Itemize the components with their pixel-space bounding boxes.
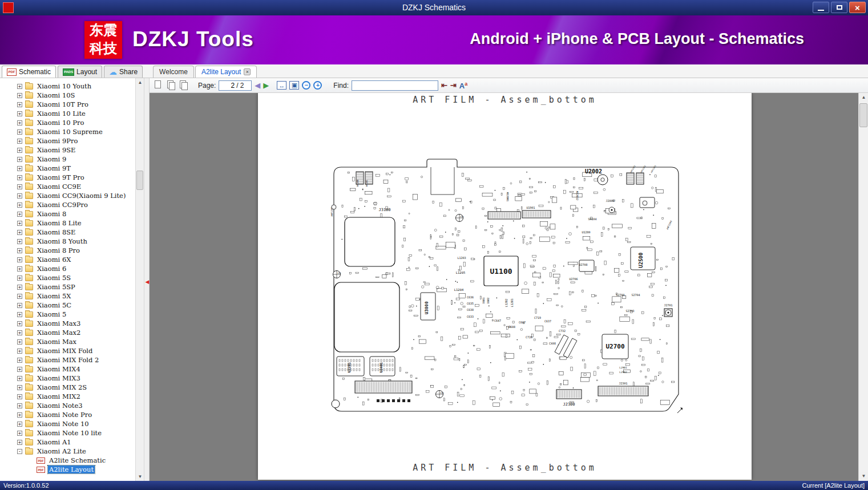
expand-toggle[interactable]: + xyxy=(17,294,22,299)
tab-schematic[interactable]: PDFSchematic xyxy=(2,66,56,78)
tree-item[interactable]: +Xiaomi 5SP xyxy=(0,282,135,291)
tree-item-label[interactable]: Xiaomi CC9E xyxy=(36,183,82,191)
tree-item[interactable]: +Xiaomi 5S xyxy=(0,273,135,282)
expand-toggle[interactable]: + xyxy=(17,102,22,107)
tree-item-label[interactable]: Xiaomi 8 xyxy=(36,210,67,218)
tree-item[interactable]: +Xiaomi 6 xyxy=(0,264,135,273)
tree-item[interactable]: +Xiaomi MIX4 xyxy=(0,365,135,374)
tree-item[interactable]: +Xiaomi A1 xyxy=(0,438,135,447)
expand-toggle[interactable]: + xyxy=(17,203,22,208)
expand-toggle[interactable]: + xyxy=(17,303,22,308)
sidebar-scrollbar[interactable]: ▲ ▼ xyxy=(135,78,144,481)
expand-toggle[interactable]: + xyxy=(17,257,22,262)
zoom-in-button[interactable]: + xyxy=(313,81,322,90)
single-page-view-button[interactable] xyxy=(154,80,164,90)
text-size-button[interactable]: Aa xyxy=(459,81,467,90)
expand-toggle[interactable]: + xyxy=(17,84,22,89)
tree-item[interactable]: +Xiaomi Max xyxy=(0,337,135,346)
tree-item-label[interactable]: Xiaomi MIX4 xyxy=(36,365,82,373)
tree-item-label[interactable]: Xiaomi 9Pro xyxy=(36,137,79,145)
book-view-button[interactable] xyxy=(179,80,189,90)
tree-item-label[interactable]: Xiaomi Max xyxy=(36,338,78,346)
scroll-up-icon[interactable]: ▲ xyxy=(136,78,144,87)
expand-toggle[interactable]: + xyxy=(17,422,22,427)
expand-toggle[interactable]: + xyxy=(17,394,22,399)
tree-item[interactable]: +Xiaomi Max3 xyxy=(0,319,135,328)
tree-item[interactable]: +Xiaomi Note 10 lite xyxy=(0,428,135,438)
tab-share[interactable]: ☁Share xyxy=(104,66,143,78)
fit-width-button[interactable]: ↔ xyxy=(277,81,286,90)
page-number-input[interactable] xyxy=(227,82,235,90)
tree-item[interactable]: +Xiaomi Note3 xyxy=(0,401,135,410)
tree-item[interactable]: +Xiaomi 10T Pro xyxy=(0,100,135,109)
tree-item[interactable]: +Xiaomi Note Pro xyxy=(0,410,135,419)
expand-toggle[interactable]: + xyxy=(17,321,22,326)
tree-item-label[interactable]: Xiaomi MIX Fold xyxy=(36,347,94,355)
tree-item-label[interactable]: Xiaomi MIX3 xyxy=(36,374,82,382)
tree-item-label[interactable]: A2lite Layout xyxy=(48,465,95,473)
tree-item-label[interactable]: Xiaomi Note 10 lite xyxy=(36,429,103,437)
tree-item[interactable]: +Xiaomi 8SE xyxy=(0,228,135,237)
expand-toggle[interactable]: + xyxy=(17,93,22,98)
expand-toggle[interactable]: + xyxy=(17,385,22,390)
tree-item-label[interactable]: Xiaomi 5 xyxy=(36,310,67,318)
tree-item-label[interactable]: Xiaomi CC9(Xiaomi 9 Lite) xyxy=(36,192,127,200)
expand-toggle[interactable]: + xyxy=(17,120,22,125)
expand-toggle[interactable]: + xyxy=(17,330,22,335)
tree-item[interactable]: +Xiaomi 10 Lite xyxy=(0,109,135,118)
expand-toggle[interactable]: + xyxy=(17,403,22,408)
tree-item[interactable]: +Xiaomi 6X xyxy=(0,255,135,264)
tree-item-label[interactable]: Xiaomi MIX2 xyxy=(36,392,82,400)
tree-item-label[interactable]: Xiaomi Note 10 xyxy=(36,420,90,428)
tree-item-label[interactable]: Xiaomi 5SP xyxy=(36,283,76,291)
tree-item[interactable]: +Xiaomi 10S xyxy=(0,91,135,100)
tree-item-label[interactable]: Xiaomi 6X xyxy=(36,256,72,264)
tree-item[interactable]: +Xiaomi 8 Pro xyxy=(0,246,135,255)
tree-item[interactable]: +Xiaomi 5X xyxy=(0,291,135,301)
tree-item[interactable]: +Xiaomi CC9Pro xyxy=(0,200,135,209)
tree-item-label[interactable]: Xiaomi 10 Lite xyxy=(36,110,87,118)
close-button[interactable]: × xyxy=(849,2,866,13)
expand-toggle[interactable]: + xyxy=(17,367,22,372)
find-input[interactable] xyxy=(352,81,438,90)
previous-page-button[interactable]: ◀ xyxy=(255,81,260,90)
tree-item[interactable]: +Xiaomi 9 xyxy=(0,155,135,164)
expand-toggle[interactable]: + xyxy=(17,212,22,217)
tree-item-label[interactable]: A2lite Schematic xyxy=(48,456,107,464)
tree-item-label[interactable]: Xiaomi 5X xyxy=(36,292,72,300)
expand-toggle[interactable]: + xyxy=(17,285,22,290)
maximize-button[interactable] xyxy=(831,2,847,13)
expand-toggle[interactable]: + xyxy=(17,221,22,226)
tree-item-label[interactable]: Xiaomi 9SE xyxy=(36,146,76,154)
tree-item[interactable]: +Xiaomi 8 xyxy=(0,209,135,218)
tree-item[interactable]: +Xiaomi 10 Pro xyxy=(0,118,135,127)
find-next-button[interactable]: ⇥ xyxy=(450,81,457,90)
tree-item[interactable]: +Xiaomi 8 Youth xyxy=(0,237,135,246)
expand-toggle[interactable]: + xyxy=(17,193,22,199)
tree-item[interactable]: +Xiaomi 9T xyxy=(0,164,135,173)
tree-item-label[interactable]: Xiaomi 8SE xyxy=(36,228,76,236)
tree-item-label[interactable]: Xiaomi A1 xyxy=(36,438,72,446)
tab-layout[interactable]: PADSLayout xyxy=(58,66,102,78)
facing-page-view-button[interactable] xyxy=(167,80,176,90)
find-previous-button[interactable]: ⇤ xyxy=(441,81,447,90)
expand-toggle[interactable]: + xyxy=(17,266,22,272)
expand-toggle[interactable]: - xyxy=(17,449,22,454)
tree-item[interactable]: +Xiaomi 9Pro xyxy=(0,136,135,145)
tree-item-label[interactable]: Xiaomi 10T Pro xyxy=(36,100,90,108)
tree-item-label[interactable]: Xiaomi 10S xyxy=(36,91,76,99)
tree-item[interactable]: +Xiaomi 9SE xyxy=(0,145,135,155)
tree-item-label[interactable]: Xiaomi Max2 xyxy=(36,329,82,337)
tree-item-label[interactable]: Xiaomi 10 Youth xyxy=(36,82,92,90)
tree-item-label[interactable]: Xiaomi 8 Lite xyxy=(36,219,83,227)
expand-toggle[interactable]: + xyxy=(17,129,22,135)
tree-item-label[interactable]: Xiaomi 10 Pro xyxy=(36,119,85,127)
expand-toggle[interactable]: + xyxy=(17,248,22,253)
tree-item-label[interactable]: Xiaomi A2 Lite xyxy=(36,447,87,455)
tree-item[interactable]: +Xiaomi MIX Fold xyxy=(0,346,135,355)
tree-item[interactable]: +Xiaomi 10 Youth xyxy=(0,82,135,91)
expand-toggle[interactable]: + xyxy=(17,157,22,162)
tree-item[interactable]: +Xiaomi Max2 xyxy=(0,328,135,337)
expand-toggle[interactable]: + xyxy=(17,239,22,244)
tree-item-label[interactable]: Xiaomi 6 xyxy=(36,265,67,273)
